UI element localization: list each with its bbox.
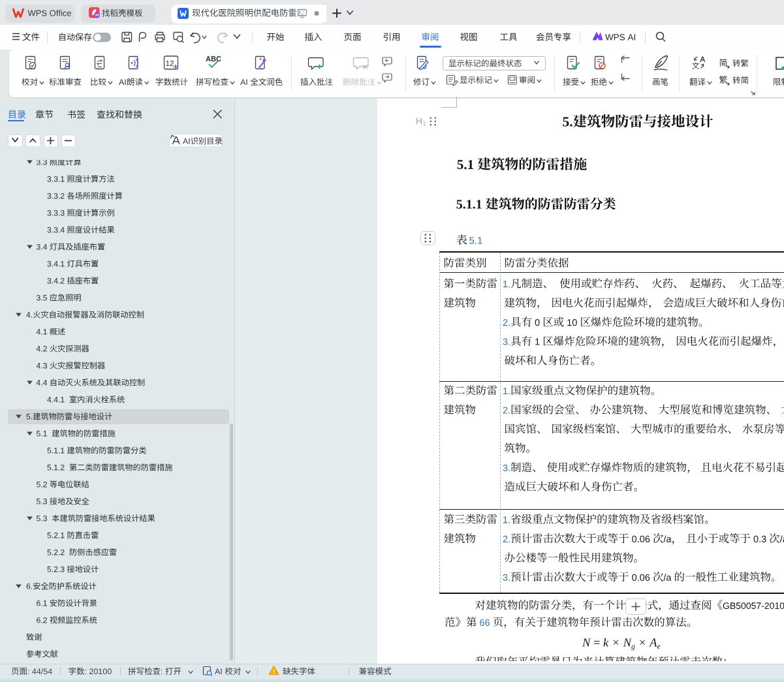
- svg-text:ABC: ABC: [206, 55, 221, 63]
- svg-text:12: 12: [166, 59, 174, 67]
- svg-text:AI: AI: [95, 13, 99, 17]
